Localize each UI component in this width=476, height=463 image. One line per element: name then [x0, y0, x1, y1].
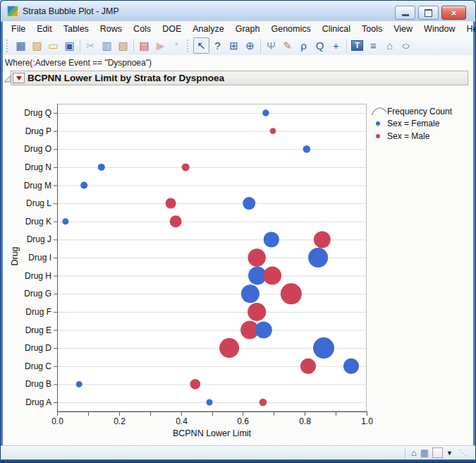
paste-icon[interactable]: ▧: [115, 37, 131, 54]
cut-icon[interactable]: ✂: [83, 37, 99, 54]
new-journal-icon[interactable]: ▨: [29, 37, 45, 54]
y-tick-label[interactable]: Drug J: [27, 234, 51, 244]
menu-edit[interactable]: Edit: [31, 22, 58, 36]
x-tick-label[interactable]: 0.4: [176, 416, 188, 426]
menu-window[interactable]: Window: [418, 22, 460, 36]
lasso-tool-icon[interactable]: ρ: [295, 37, 312, 54]
bubble-drug-b-female[interactable]: [76, 381, 83, 387]
y-tick-label[interactable]: Drug I: [28, 253, 51, 263]
x-tick-label[interactable]: 0.6: [237, 416, 249, 426]
menu-analyze[interactable]: Analyze: [187, 22, 229, 36]
x-tick-label[interactable]: 0.2: [114, 416, 126, 426]
bubble-drug-g-female[interactable]: [241, 284, 260, 303]
bubble-drug-n-female[interactable]: [98, 164, 105, 171]
bubble-drug-i-female[interactable]: [308, 248, 328, 267]
bubble-drug-b-male[interactable]: [190, 379, 201, 390]
bubble-drug-g-male[interactable]: [281, 283, 302, 304]
y-tick-label[interactable]: Drug C: [25, 361, 51, 371]
polygon-tool-icon[interactable]: ⌂: [382, 37, 398, 54]
x-tick-label[interactable]: 0.8: [299, 416, 311, 426]
y-tick-label[interactable]: Drug A: [25, 397, 51, 407]
menu-tables[interactable]: Tables: [58, 22, 94, 36]
tools-icon[interactable]: *: [169, 37, 185, 54]
brush-tool-icon[interactable]: ✎: [279, 37, 295, 54]
y-tick-label[interactable]: Drug O: [24, 144, 51, 154]
y-tick-label[interactable]: Drug Q: [24, 108, 51, 118]
bubble-drug-k-female[interactable]: [62, 218, 68, 224]
line-annotation-tool-icon[interactable]: ≡: [365, 37, 382, 54]
y-axis-title[interactable]: Drug: [10, 246, 20, 265]
legend-entry-female[interactable]: Sex = Female: [387, 119, 440, 128]
menu-doe[interactable]: DOE: [157, 22, 187, 36]
annotate-tool-icon[interactable]: T: [349, 37, 365, 54]
bubble-drug-a-male[interactable]: [260, 399, 267, 407]
menu-rows[interactable]: Rows: [94, 22, 128, 36]
y-tick-label[interactable]: Drug K: [25, 217, 51, 227]
bubble-drug-e-female[interactable]: [255, 322, 272, 339]
new-data-table-icon[interactable]: ▦: [13, 37, 29, 54]
oval-tool-icon[interactable]: ○: [398, 37, 414, 54]
x-tick-label[interactable]: 1.0: [361, 416, 373, 426]
bubble-drug-j-male[interactable]: [314, 231, 331, 248]
menu-genomics[interactable]: Genomics: [265, 22, 316, 36]
y-tick-label[interactable]: Drug E: [25, 325, 51, 335]
bubble-drug-i-male[interactable]: [248, 248, 266, 266]
bubble-drug-c-female[interactable]: [343, 359, 359, 374]
x-tick-label[interactable]: 0.0: [51, 416, 63, 426]
bubble-drug-k-male[interactable]: [170, 215, 182, 227]
grabber-tool-icon[interactable]: Ψ: [263, 37, 279, 54]
help-tool-icon[interactable]: ?: [209, 37, 226, 54]
y-tick-label[interactable]: Drug H: [25, 271, 51, 281]
selection-tool-icon[interactable]: ⊞: [226, 37, 242, 54]
y-tick-label[interactable]: Drug M: [24, 181, 51, 191]
x-axis-title[interactable]: BCPNN Lower Limit: [173, 428, 252, 438]
bubble-drug-c-male[interactable]: [300, 359, 316, 374]
y-tick-label[interactable]: Drug G: [24, 289, 51, 299]
scroller-tool-icon[interactable]: ⊕: [242, 37, 258, 54]
copy-icon[interactable]: ▥: [99, 37, 115, 54]
bubble-drug-l-male[interactable]: [166, 198, 176, 209]
menu-clinical[interactable]: Clinical: [317, 22, 356, 36]
legend-marker-female[interactable]: [376, 121, 380, 126]
window-list-button[interactable]: [432, 447, 443, 458]
magnifier-tool-icon[interactable]: Q: [312, 37, 328, 54]
bubble-drug-q-female[interactable]: [262, 109, 269, 116]
bubble-drug-h-male[interactable]: [263, 267, 281, 285]
legend-marker-male[interactable]: [376, 134, 380, 138]
crosshair-tool-icon[interactable]: +: [328, 37, 344, 54]
menu-view[interactable]: View: [388, 22, 418, 36]
menu-file[interactable]: File: [6, 22, 31, 36]
y-tick-label[interactable]: Drug B: [25, 379, 51, 389]
restore-button[interactable]: [418, 6, 439, 20]
red-triangle-menu-icon[interactable]: [13, 73, 25, 83]
bubble-drug-o-female[interactable]: [303, 145, 311, 153]
bubble-drug-n-male[interactable]: [182, 163, 190, 171]
dropdown-caret-icon[interactable]: ▼: [446, 450, 453, 457]
bubble-drug-f-male[interactable]: [248, 303, 266, 321]
y-tick-label[interactable]: Drug F: [25, 307, 51, 317]
y-tick-label[interactable]: Drug D: [25, 343, 51, 353]
menu-graph[interactable]: Graph: [230, 22, 266, 36]
close-button[interactable]: ×: [441, 6, 466, 20]
y-tick-label[interactable]: Drug L: [26, 198, 51, 208]
arrow-tool-icon[interactable]: ↖: [193, 37, 209, 54]
data-table-icon[interactable]: ▤: [136, 37, 152, 54]
y-tick-label[interactable]: Drug N: [25, 162, 51, 172]
menu-tools[interactable]: Tools: [356, 22, 388, 36]
y-tick-label[interactable]: Drug P: [25, 126, 51, 136]
run-script-icon[interactable]: ▶: [152, 37, 169, 54]
open-file-icon[interactable]: ▭: [45, 37, 61, 54]
bubble-drug-l-female[interactable]: [243, 197, 255, 210]
bubble-drug-j-female[interactable]: [264, 232, 279, 247]
legend-entry-male[interactable]: Sex = Male: [387, 131, 430, 141]
bubble-drug-d-female[interactable]: [313, 337, 334, 359]
menu-help[interactable]: Help: [461, 22, 476, 36]
bubble-drug-m-female[interactable]: [80, 182, 87, 189]
data-table-window-icon[interactable]: ▦: [420, 448, 429, 457]
save-icon[interactable]: ▣: [61, 37, 78, 54]
resize-grip[interactable]: ⋱: [459, 448, 467, 457]
home-window-icon[interactable]: ⌂: [411, 448, 417, 457]
menu-cols[interactable]: Cols: [128, 22, 157, 36]
bubble-drug-p-male[interactable]: [270, 128, 276, 134]
minimize-button[interactable]: [395, 6, 415, 20]
